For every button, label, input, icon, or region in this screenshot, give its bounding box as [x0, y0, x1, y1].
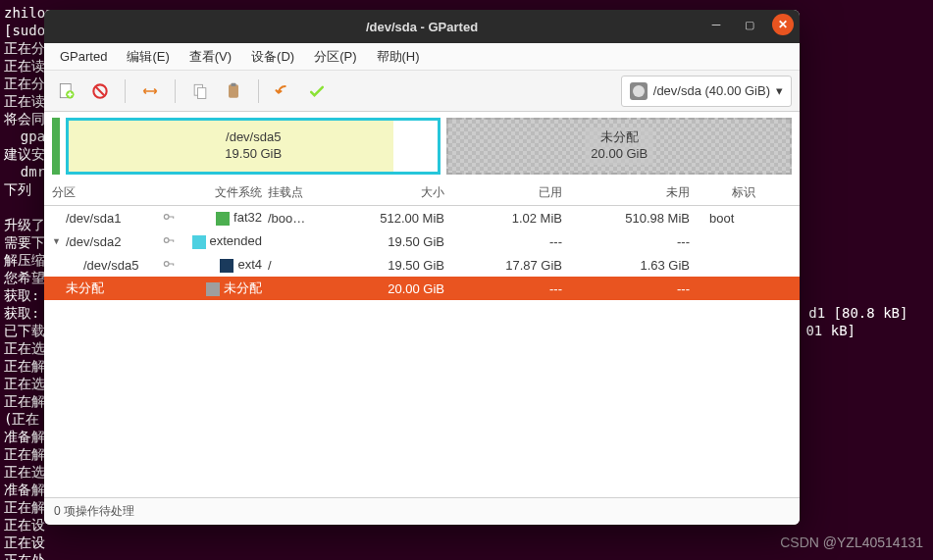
flag-value: boot — [709, 211, 778, 226]
used-value: 1.02 MiB — [464, 211, 582, 226]
svg-point-8 — [164, 214, 169, 219]
maximize-button[interactable] — [739, 14, 760, 35]
table-row[interactable]: ▼/dev/sda2extended19.50 GiB------ — [44, 229, 800, 253]
col-partition[interactable]: 分区 — [44, 184, 162, 201]
viz-unalloc-label: 未分配20.00 GiB — [585, 127, 653, 165]
fs-type: ext4 — [237, 257, 262, 272]
watermark: CSDN @YZL40514131 — [780, 535, 923, 550]
table-header: 分区 文件系统 挂载点 大小 已用 未用 标识 — [44, 180, 800, 206]
separator — [258, 79, 259, 103]
fs-swatch — [216, 212, 230, 226]
used-value: 17.87 GiB — [464, 258, 582, 273]
used-value: --- — [464, 281, 582, 296]
mount-point: /boo… — [268, 211, 327, 226]
chevron-down-icon: ▾ — [776, 83, 783, 98]
table-row[interactable]: 未分配未分配20.00 GiB------ — [44, 277, 800, 300]
minimize-button[interactable] — [705, 14, 727, 35]
svg-rect-5 — [198, 87, 206, 98]
partition-visualization: /dev/sda519.50 GiB 未分配20.00 GiB — [44, 112, 800, 180]
menu-gparted[interactable]: GParted — [52, 46, 115, 67]
separator — [175, 79, 176, 103]
size-value: 19.50 GiB — [327, 258, 464, 273]
svg-rect-7 — [232, 82, 236, 85]
unused-value: 1.63 GiB — [582, 258, 709, 273]
fs-swatch — [192, 235, 206, 249]
fs-type: fat32 — [233, 210, 262, 225]
partition-table: /dev/sda1fat32/boo…512.00 MiB1.02 MiB510… — [44, 206, 800, 497]
fs-type: extended — [210, 233, 263, 248]
separator — [125, 79, 126, 103]
fs-swatch — [220, 259, 233, 273]
viz-partition-sda5[interactable]: /dev/sda519.50 GiB — [66, 118, 441, 175]
partition-name: /dev/sda1 — [66, 211, 121, 226]
col-mountpoint[interactable]: 挂载点 — [268, 184, 327, 201]
device-selector-label: /dev/sda (40.00 GiB) — [653, 83, 770, 98]
unused-value: 510.98 MiB — [582, 211, 709, 226]
menu-device[interactable]: 设备(D) — [243, 45, 302, 69]
apply-button[interactable] — [302, 76, 332, 106]
window-title: /dev/sda - GParted — [366, 20, 478, 34]
lock-icon — [162, 233, 176, 247]
col-unused[interactable]: 未用 — [582, 184, 709, 201]
used-value: --- — [464, 234, 582, 249]
window-controls — [705, 14, 794, 35]
mount-point: / — [268, 258, 327, 273]
menu-view[interactable]: 查看(V) — [181, 45, 239, 69]
unused-value: --- — [582, 281, 709, 296]
col-filesystem[interactable]: 文件系统 — [180, 184, 268, 201]
disk-icon — [630, 82, 648, 100]
viz-swap[interactable] — [52, 118, 60, 175]
partition-name: 未分配 — [66, 280, 104, 297]
viz-free-space — [393, 121, 438, 172]
paste-button[interactable] — [219, 76, 248, 106]
lock-icon — [162, 257, 176, 271]
size-value: 20.00 GiB — [327, 281, 464, 296]
device-selector[interactable]: /dev/sda (40.00 GiB) ▾ — [621, 76, 792, 107]
table-row[interactable]: /dev/sda5ext4/19.50 GiB17.87 GiB1.63 GiB — [44, 253, 800, 277]
titlebar: /dev/sda - GParted — [44, 10, 800, 43]
delete-button[interactable] — [85, 76, 115, 106]
fs-type: 未分配 — [224, 280, 262, 295]
undo-button[interactable] — [269, 76, 298, 106]
new-partition-button[interactable] — [52, 76, 81, 106]
resize-button[interactable] — [135, 76, 165, 106]
lock-icon — [162, 210, 176, 224]
partition-name: /dev/sda2 — [66, 234, 121, 249]
size-value: 512.00 MiB — [327, 211, 464, 226]
col-size[interactable]: 大小 — [327, 184, 464, 201]
viz-unallocated[interactable]: 未分配20.00 GiB — [446, 118, 792, 175]
svg-line-3 — [96, 86, 104, 94]
status-text: 0 项操作待处理 — [54, 503, 134, 520]
menu-help[interactable]: 帮助(H) — [369, 45, 428, 69]
copy-button[interactable] — [185, 76, 215, 106]
svg-point-9 — [164, 237, 169, 242]
col-flags[interactable]: 标识 — [709, 184, 778, 201]
fs-swatch — [206, 282, 220, 296]
svg-rect-6 — [229, 84, 238, 97]
svg-point-10 — [164, 261, 169, 266]
close-button[interactable] — [772, 14, 794, 35]
viz-partition-label: /dev/sda519.50 GiB — [225, 129, 282, 163]
statusbar: 0 项操作待处理 — [44, 497, 800, 525]
col-used[interactable]: 已用 — [464, 184, 582, 201]
menubar: GParted 编辑(E) 查看(V) 设备(D) 分区(P) 帮助(H) — [44, 43, 800, 71]
menu-partition[interactable]: 分区(P) — [306, 45, 364, 69]
menu-edit[interactable]: 编辑(E) — [119, 45, 177, 69]
gparted-window: /dev/sda - GParted GParted 编辑(E) 查看(V) 设… — [44, 10, 800, 525]
size-value: 19.50 GiB — [327, 234, 464, 249]
table-row[interactable]: /dev/sda1fat32/boo…512.00 MiB1.02 MiB510… — [44, 206, 800, 229]
unused-value: --- — [582, 234, 709, 249]
partition-name: /dev/sda5 — [83, 258, 138, 273]
toolbar: /dev/sda (40.00 GiB) ▾ — [44, 71, 800, 112]
